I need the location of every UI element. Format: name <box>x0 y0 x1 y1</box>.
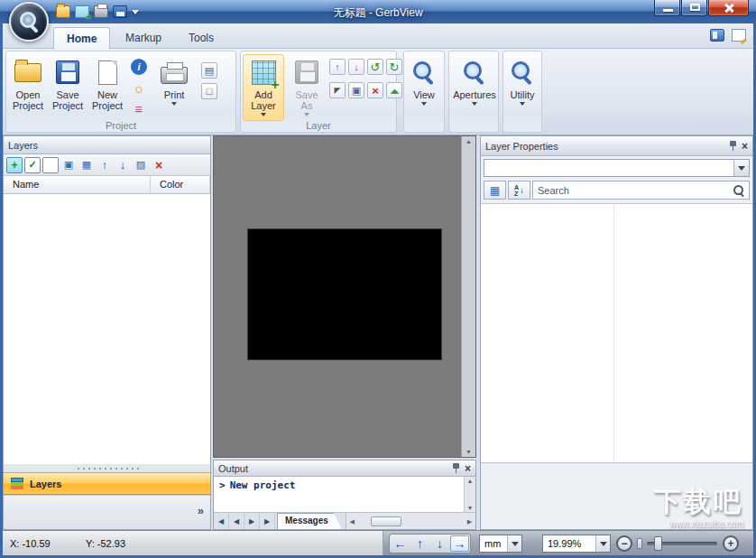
output-hscroll-thumb[interactable] <box>371 516 401 526</box>
column-header-name[interactable]: Name <box>4 176 151 193</box>
next-tab-button[interactable]: ▶ <box>244 513 260 529</box>
tab-tools[interactable]: Tools <box>176 27 226 49</box>
layer-move-up-icon[interactable]: ↑ <box>329 59 346 75</box>
properties-search-input[interactable] <box>538 185 730 196</box>
tab-markup[interactable]: Markup <box>113 27 174 49</box>
output-vertical-scrollbar[interactable]: ▲ ▼ <box>464 477 475 512</box>
pan-up-button[interactable]: ↑ <box>410 535 429 552</box>
apertures-button[interactable]: Apertures <box>453 54 496 121</box>
layers-stack-icon <box>11 478 23 489</box>
application-menu-button[interactable] <box>9 2 49 42</box>
pan-down-button[interactable]: ↓ <box>430 535 449 552</box>
project-info-icon[interactable]: i <box>131 59 147 75</box>
project-stack-icon[interactable]: ≡ <box>131 100 147 116</box>
scroll-down-icon[interactable]: ▼ <box>466 449 472 455</box>
layers-splitter[interactable] <box>4 464 210 472</box>
new-project-button[interactable]: New Project <box>88 54 127 121</box>
add-layer-small-icon[interactable]: + <box>6 157 23 173</box>
visibility-check-icon[interactable]: ✓ <box>24 157 41 173</box>
output-scroll-right-icon[interactable]: ▶ <box>464 518 475 525</box>
layer-move-down-icon[interactable]: ↓ <box>348 59 364 75</box>
layer-copy-icon[interactable]: ▣ <box>348 82 364 98</box>
style-options-icon[interactable] <box>732 29 746 42</box>
sort-alphabetical-button[interactable]: AZ ↓ <box>508 181 530 200</box>
view-button[interactable]: View <box>404 54 444 121</box>
output-horizontal-scrollbar[interactable]: ◀ ▶ <box>346 513 475 529</box>
categorized-view-button[interactable]: ▦ <box>484 181 506 200</box>
column-header-color[interactable]: Color <box>151 176 210 193</box>
save-project-button[interactable]: Save Project <box>48 54 88 121</box>
output-scroll-up-icon[interactable]: ▲ <box>467 478 474 484</box>
status-bar: X: -10.59 Y: -52.93 ← ↑ ↓ → mm 19.99% − … <box>3 530 753 555</box>
units-combobox[interactable]: mm <box>479 535 522 553</box>
output-scroll-left-icon[interactable]: ◀ <box>346 518 358 525</box>
duplicate-layer-icon[interactable]: ▦ <box>78 157 95 173</box>
rotate-left-icon[interactable]: ↺ <box>367 59 383 75</box>
pan-right-button[interactable]: → <box>450 535 469 552</box>
save-as-button[interactable]: Save As <box>288 54 326 121</box>
messages-tab[interactable]: Messages <box>277 513 342 529</box>
qat-new-layer-icon[interactable] <box>75 5 89 18</box>
panels-toggle-icon[interactable] <box>710 29 724 42</box>
pan-left-button[interactable]: ← <box>391 535 410 552</box>
tab-home[interactable]: Home <box>53 27 110 49</box>
maximize-button[interactable] <box>681 0 707 16</box>
ribbon-group-view: View <box>403 51 445 133</box>
canvas-vertical-scrollbar[interactable]: ▲ ▼ <box>461 136 475 457</box>
output-panel-title: Output <box>218 463 447 474</box>
rotate-right-icon[interactable]: ↻ <box>386 59 402 75</box>
qat-print-icon[interactable] <box>94 5 108 18</box>
properties-close-icon[interactable]: × <box>742 141 748 152</box>
zoom-dropdown-button[interactable] <box>595 535 610 552</box>
move-layer-down-icon[interactable]: ↓ <box>115 157 131 173</box>
output-body[interactable]: > New project ▲ ▼ <box>214 477 475 512</box>
output-close-icon[interactable]: × <box>465 463 471 474</box>
output-pin-icon[interactable] <box>452 463 460 473</box>
quick-access-toolbar <box>56 4 139 20</box>
coordinate-section: X: -10.59 Y: -52.93 <box>3 531 383 555</box>
print-preview-icon[interactable]: ▤ <box>201 62 217 79</box>
utility-button[interactable]: Utility <box>503 54 541 121</box>
zoom-in-button[interactable]: + <box>723 535 739 552</box>
prev-tab-button[interactable]: ◀ <box>229 513 244 529</box>
layers-list[interactable] <box>4 194 210 464</box>
zoom-slider-thumb[interactable] <box>654 536 662 551</box>
close-button[interactable] <box>708 0 749 16</box>
minimize-button[interactable] <box>654 0 680 16</box>
open-project-button[interactable]: Open Project <box>8 54 48 121</box>
layer-mirror-icon[interactable]: ◢◣ <box>386 82 402 98</box>
delete-layer-small-icon[interactable]: × <box>151 157 167 173</box>
select-cursor-icon[interactable]: ◤ <box>329 82 346 98</box>
page-setup-icon[interactable]: □ <box>201 83 217 99</box>
layer-delete-icon[interactable]: × <box>367 82 383 98</box>
scroll-up-icon[interactable]: ▲ <box>466 138 472 144</box>
properties-search-box[interactable] <box>532 181 750 200</box>
edit-layer-icon[interactable]: ▨ <box>133 157 149 173</box>
blank-box-icon[interactable] <box>42 157 59 173</box>
last-tab-button[interactable]: ▶ <box>260 513 275 529</box>
zoom-out-button[interactable]: − <box>616 535 632 552</box>
print-button[interactable]: Print <box>152 54 196 121</box>
project-settings-icon[interactable]: ☼ <box>131 79 147 96</box>
add-layer-button[interactable]: Add Layer <box>243 54 284 121</box>
copy-layer-icon[interactable]: ▣ <box>60 157 77 173</box>
zoom-combobox[interactable]: 19.99% <box>542 535 611 553</box>
first-tab-button[interactable]: ◀ <box>214 513 229 529</box>
layer-select-dropdown-button[interactable] <box>733 160 749 176</box>
units-dropdown-button[interactable] <box>507 535 521 552</box>
qat-customize-dropdown-icon[interactable] <box>132 10 139 14</box>
move-layer-up-icon[interactable]: ↑ <box>97 157 113 173</box>
properties-pin-icon[interactable] <box>729 141 737 151</box>
expand-chevrons-icon[interactable]: » <box>198 504 204 517</box>
layer-properties-header: Layer Properties × <box>481 136 752 156</box>
output-scroll-down-icon[interactable]: ▼ <box>467 505 474 511</box>
layers-bottom-tab-label: Layers <box>30 479 61 489</box>
layer-select-combobox[interactable] <box>484 159 750 177</box>
properties-grid[interactable] <box>481 203 752 463</box>
layers-bottom-tab[interactable]: Layers <box>4 472 210 495</box>
drawing-canvas[interactable]: ▲ ▼ <box>213 135 476 458</box>
qat-save-icon[interactable] <box>113 5 127 18</box>
qat-open-icon[interactable] <box>56 5 70 18</box>
properties-grid-divider[interactable] <box>613 204 614 462</box>
ribbon-tab-row: Home Markup Tools <box>3 23 753 49</box>
